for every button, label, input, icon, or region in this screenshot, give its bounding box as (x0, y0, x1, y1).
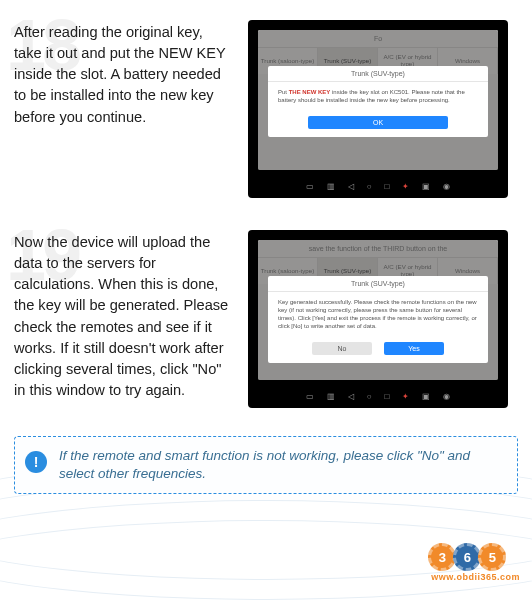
step-19-screenshot: save the function of the THIRD button on… (248, 230, 522, 408)
modal-title: Trunk (SUV-type) (268, 276, 488, 292)
modal-buttons: No Yes (268, 338, 488, 363)
modal-text-highlight: THE NEW KEY (289, 89, 331, 95)
gear-logo: 3 6 5 (431, 543, 520, 571)
step-19-text: Now the device will upload the data to t… (14, 226, 234, 401)
gear-6: 6 (453, 543, 481, 571)
modal-body: Put THE NEW KEY inside the key slot on K… (268, 82, 488, 112)
modal-body: Key generated successfully. Please check… (268, 292, 488, 338)
nav-back-icon[interactable]: ◁ (348, 182, 354, 191)
nav-home-icon[interactable]: ○ (367, 392, 372, 401)
yes-button[interactable]: Yes (384, 342, 444, 355)
gear-3: 3 (428, 543, 456, 571)
step-18-screenshot: Fo Trunk (saloon-type) Trunk (SUV-type) … (248, 20, 522, 198)
nav-vc-icon[interactable]: ✦ (402, 392, 409, 401)
modal-text-pre: Put (278, 89, 289, 95)
logo-url: www.obdii365.com (431, 572, 520, 582)
modal-dialog: Trunk (SUV-type) Put THE NEW KEY inside … (268, 66, 488, 137)
no-button[interactable]: No (312, 342, 372, 355)
tablet-screen: Fo Trunk (saloon-type) Trunk (SUV-type) … (258, 30, 498, 170)
step-19: 19 Now the device will upload the data t… (0, 210, 532, 420)
step-18-text: After reading the original key, take it … (14, 16, 234, 128)
modal-title: Trunk (SUV-type) (268, 66, 488, 82)
modal-dialog: Trunk (SUV-type) Key generated successfu… (268, 276, 488, 363)
note-box: ! If the remote and smart function is no… (14, 436, 518, 494)
step-18: 18 After reading the original key, take … (0, 0, 532, 210)
nav-shot-icon[interactable]: ◉ (443, 392, 450, 401)
android-navbar: ▭ ▥ ◁ ○ □ ✦ ▣ ◉ (258, 388, 498, 404)
site-logo: 3 6 5 www.obdii365.com (431, 543, 520, 582)
nav-grid-icon[interactable]: ▥ (327, 182, 335, 191)
ok-button[interactable]: OK (308, 116, 448, 129)
nav-vc-icon[interactable]: ✦ (402, 182, 409, 191)
nav-shot-icon[interactable]: ◉ (443, 182, 450, 191)
modal-buttons: OK (268, 112, 488, 137)
nav-recent-icon[interactable]: ▭ (306, 392, 314, 401)
tablet-frame: save the function of the THIRD button on… (248, 230, 508, 408)
nav-home-icon[interactable]: ○ (367, 182, 372, 191)
nav-square-icon[interactable]: □ (385, 392, 390, 401)
nav-square-icon[interactable]: □ (385, 182, 390, 191)
nav-camera-icon[interactable]: ▣ (422, 392, 430, 401)
nav-back-icon[interactable]: ◁ (348, 392, 354, 401)
nav-grid-icon[interactable]: ▥ (327, 392, 335, 401)
nav-recent-icon[interactable]: ▭ (306, 182, 314, 191)
info-icon: ! (25, 451, 47, 473)
android-navbar: ▭ ▥ ◁ ○ □ ✦ ▣ ◉ (258, 178, 498, 194)
note-text: If the remote and smart function is not … (59, 448, 470, 481)
tablet-frame: Fo Trunk (saloon-type) Trunk (SUV-type) … (248, 20, 508, 198)
nav-camera-icon[interactable]: ▣ (422, 182, 430, 191)
tablet-screen: save the function of the THIRD button on… (258, 240, 498, 380)
gear-5: 5 (478, 543, 506, 571)
